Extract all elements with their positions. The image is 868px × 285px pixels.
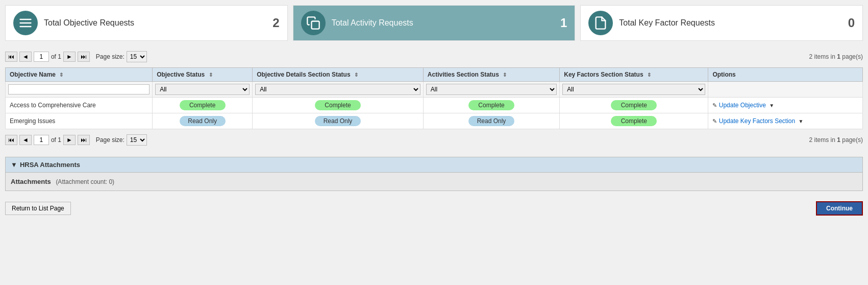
card-objective-icon	[13, 11, 38, 35]
prev-page-btn-bottom[interactable]: ◄	[19, 135, 32, 145]
card-keyfactor-label: Total Key Factor Requests	[619, 18, 841, 28]
activities-filter-select[interactable]: All Complete Read Only	[426, 84, 557, 95]
edit-icon: ✎	[712, 118, 717, 124]
row2-keyfactors-badge: Complete	[611, 116, 657, 126]
row1-options: ✎ Update Objective ▼	[708, 98, 863, 113]
row2-activities-status: Read Only	[423, 113, 559, 129]
row2-dropdown-arrow[interactable]: ▼	[799, 118, 804, 124]
row1-dropdown-arrow[interactable]: ▼	[769, 103, 774, 108]
card-keyfactor[interactable]: Total Key Factor Requests 0	[580, 5, 863, 41]
hrsa-header[interactable]: ▼ HRSA Attachments	[6, 157, 862, 172]
table-row: Access to Comprehensive Care Complete Co…	[6, 98, 863, 113]
data-table-wrapper: Objective Name ⇕ Objective Status ⇕ Obje…	[5, 67, 863, 129]
objective-details-filter-select[interactable]: All Complete Read Only	[255, 84, 420, 95]
table-filter-row: All Complete Read Only All Complete Read…	[6, 82, 863, 98]
row1-objective-name: Access to Comprehensive Care	[6, 98, 153, 113]
sort-keyfactors-status[interactable]: ⇕	[647, 72, 651, 78]
card-keyfactor-icon	[588, 11, 613, 35]
attachments-label: Attachments	[11, 178, 51, 185]
filter-objective-details: All Complete Read Only	[253, 82, 424, 98]
filter-keyfactors: All Complete Read Only	[560, 82, 708, 98]
page-input-top[interactable]	[34, 52, 49, 62]
row1-objective-details-badge: Complete	[315, 100, 361, 110]
row2-objective-name: Emerging Issues	[6, 113, 153, 129]
row1-keyfactors-badge: Complete	[611, 100, 657, 110]
table-row: Emerging Issues Read Only Read Only Read…	[6, 113, 863, 129]
filter-options-empty	[708, 82, 863, 98]
main-content: ⏮ ◄ of 1 ► ⏭ Page size: 15 25 50 2 items…	[0, 46, 868, 196]
row2-objective-details-status: Read Only	[253, 113, 424, 129]
card-keyfactor-count: 0	[848, 16, 855, 30]
col-options: Options	[708, 68, 863, 82]
card-activity-label: Total Activity Requests	[332, 18, 554, 28]
row2-keyfactors-status: Complete	[560, 113, 708, 129]
last-page-btn-top[interactable]: ⏭	[78, 52, 90, 62]
svg-rect-3	[311, 21, 319, 29]
row2-update-link[interactable]: Update Key Factors Section	[719, 117, 795, 125]
first-page-btn-top[interactable]: ⏮	[5, 52, 17, 62]
keyfactors-filter-select[interactable]: All Complete Read Only	[562, 84, 705, 95]
row1-activities-badge: Complete	[468, 100, 514, 110]
return-to-list-button[interactable]: Return to List Page	[5, 202, 71, 215]
table-header-row: Objective Name ⇕ Objective Status ⇕ Obje…	[6, 68, 863, 82]
next-page-btn-top[interactable]: ►	[63, 52, 76, 62]
first-page-btn-bottom[interactable]: ⏮	[5, 135, 17, 145]
row2-objective-status: Read Only	[153, 113, 253, 129]
page-of-label-top: of 1	[51, 53, 61, 60]
objective-status-filter-select[interactable]: All Complete Read Only	[155, 84, 250, 95]
filter-objective-name	[6, 82, 153, 98]
objectives-table: Objective Name ⇕ Objective Status ⇕ Obje…	[5, 67, 863, 129]
page-size-select-bottom[interactable]: 15 25 50	[127, 134, 147, 146]
col-objective-details[interactable]: Objective Details Section Status ⇕	[253, 68, 424, 82]
card-activity[interactable]: Total Activity Requests 1	[293, 5, 576, 41]
items-info-bottom: 2 items in 1 page(s)	[809, 134, 863, 146]
attachments-area: Attachments (Attachment count: 0)	[6, 172, 862, 191]
sort-objective-name[interactable]: ⇕	[59, 72, 63, 78]
last-page-btn-bottom[interactable]: ⏭	[78, 135, 90, 145]
row1-objective-status-badge: Complete	[180, 100, 226, 110]
chevron-down-icon: ▼	[11, 161, 17, 169]
page-size-label-bottom: Page size:	[96, 136, 125, 144]
row1-activities-status: Complete	[423, 98, 559, 113]
sort-objective-details[interactable]: ⇕	[354, 72, 358, 78]
sort-activities-status[interactable]: ⇕	[503, 72, 507, 78]
row1-keyfactors-status: Complete	[560, 98, 708, 113]
card-objective-count: 2	[272, 16, 279, 30]
col-objective-name[interactable]: Objective Name ⇕	[6, 68, 153, 82]
col-objective-status[interactable]: Objective Status ⇕	[153, 68, 253, 82]
sort-objective-status[interactable]: ⇕	[209, 72, 213, 78]
page-size-label-top: Page size:	[96, 53, 125, 60]
continue-button[interactable]: Continue	[816, 201, 863, 216]
row1-update-link[interactable]: Update Objective	[719, 102, 766, 109]
items-info-top: 2 items in 1 page(s)	[809, 51, 863, 62]
row1-objective-details-status: Complete	[253, 98, 424, 113]
card-activity-icon	[301, 11, 326, 35]
top-cards-container: Total Objective Requests 2 Total Activit…	[0, 0, 868, 46]
pagination-bottom: ⏮ ◄ of 1 ► ⏭ Page size: 15 25 50	[5, 131, 147, 149]
col-activities-status[interactable]: Activities Section Status ⇕	[423, 68, 559, 82]
hrsa-section-label: HRSA Attachments	[20, 161, 80, 169]
row2-objective-details-badge: Read Only	[315, 116, 361, 126]
page-size-select-top[interactable]: 15 25 50	[127, 51, 147, 62]
hrsa-section: ▼ HRSA Attachments Attachments (Attachme…	[5, 157, 863, 191]
row2-options: ✎ Update Key Factors Section ▼	[708, 113, 863, 129]
row2-activities-badge: Read Only	[468, 116, 514, 126]
page-input-bottom[interactable]	[34, 135, 49, 145]
attachments-count: (Attachment count: 0)	[56, 178, 114, 185]
card-objective[interactable]: Total Objective Requests 2	[5, 5, 288, 41]
card-objective-label: Total Objective Requests	[44, 18, 266, 28]
pagination-top: ⏮ ◄ of 1 ► ⏭ Page size: 15 25 50	[5, 48, 147, 65]
page-of-label-bottom: of 1	[51, 136, 61, 144]
filter-objective-status: All Complete Read Only	[153, 82, 253, 98]
prev-page-btn-top[interactable]: ◄	[19, 52, 32, 62]
card-activity-count: 1	[560, 16, 567, 30]
filter-activities: All Complete Read Only	[423, 82, 559, 98]
objective-name-filter-input[interactable]	[8, 84, 150, 94]
row1-objective-status: Complete	[153, 98, 253, 113]
row2-objective-status-badge: Read Only	[180, 116, 226, 126]
next-page-btn-bottom[interactable]: ►	[63, 135, 76, 145]
copy-icon	[306, 16, 320, 30]
file-icon	[593, 16, 608, 30]
edit-icon: ✎	[712, 102, 717, 108]
col-keyfactors-status[interactable]: Key Factors Section Status ⇕	[560, 68, 708, 82]
